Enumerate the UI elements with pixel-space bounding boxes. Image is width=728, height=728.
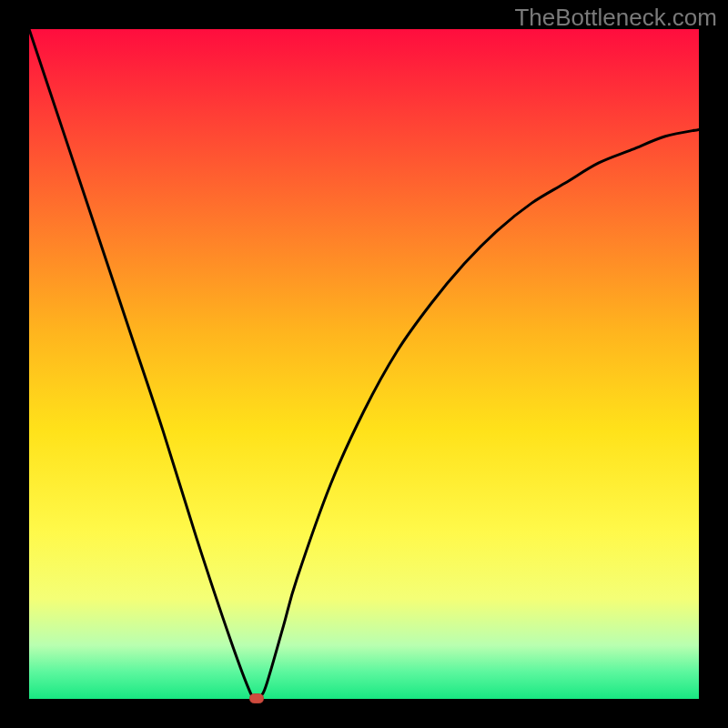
bottleneck-curve bbox=[29, 29, 699, 699]
chart-frame: TheBottleneck.com bbox=[0, 0, 728, 728]
watermark-text: TheBottleneck.com bbox=[514, 4, 717, 32]
plot-area bbox=[29, 29, 699, 699]
optimal-point-marker bbox=[249, 693, 264, 703]
curve-svg bbox=[29, 29, 699, 699]
